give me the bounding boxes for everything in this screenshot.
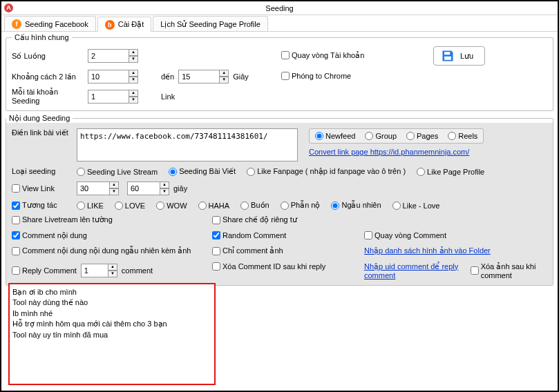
reply-count-input[interactable] [81, 264, 108, 277]
radio-seeding-baiviet[interactable]: Seeding Bài Viết [169, 167, 236, 176]
spin-up[interactable]: ▲ [160, 182, 169, 188]
spin-up[interactable]: ▲ [129, 70, 138, 77]
viewlink-checkbox[interactable]: View Link [12, 184, 77, 193]
spin-down[interactable]: ▼ [219, 77, 229, 84]
spin-up[interactable]: ▲ [109, 182, 119, 188]
config-legend: Cấu hình chung [12, 33, 72, 42]
spin-down[interactable]: ▼ [109, 188, 119, 195]
tab-label: Lịch Sử Seeding Page Profile [160, 19, 260, 29]
viewlink-giay-label: giây [173, 184, 187, 193]
chi-comment-anh-checkbox[interactable]: Chỉ comment ảnh [212, 246, 283, 255]
radio-ngaunhien[interactable]: Ngẫu nhiên [331, 201, 381, 210]
seeding-fieldset: Nội dung Seeding Điền link bài viết Newf… [6, 114, 553, 286]
reply-unit-label: comment [122, 266, 153, 275]
moitaikhoan-input[interactable] [88, 90, 129, 104]
radio-phanno[interactable]: Phẫn nộ [281, 201, 321, 210]
comment-ngaunhien-anh-checkbox[interactable]: Comment nội dung nội dung ngẫu nhiên kèm… [12, 246, 191, 255]
spin-down[interactable]: ▼ [108, 271, 117, 277]
radio-buon[interactable]: Buồn [240, 201, 269, 210]
convert-link-page[interactable]: Convert link page https://id.phanmemninj… [309, 148, 484, 156]
den-label: đến [161, 72, 174, 81]
khoangcach-to-input[interactable] [178, 70, 220, 84]
khoangcach-label: Khoảng cách 2 lần [12, 72, 88, 81]
phongto-chrome-checkbox[interactable]: Phóng to Chrome [281, 72, 351, 80]
share-livestream-checkbox[interactable]: Share Livetream lên tường [12, 215, 113, 224]
comment-noidung-checkbox[interactable]: Comment nội dung [12, 231, 87, 240]
app-icon: A [4, 3, 13, 12]
share-private-checkbox[interactable]: Share chế độ riêng tư [212, 215, 297, 224]
radio-like-page-profile[interactable]: Like Page Profile [417, 168, 484, 176]
so-luong-input[interactable] [88, 49, 129, 63]
radio-newfeed[interactable]: Newfeed [315, 132, 355, 140]
radio-haha[interactable]: HAHA [198, 202, 230, 210]
window-title: Seeding [265, 4, 293, 12]
radio-reels[interactable]: Reels [448, 132, 477, 140]
nhap-uid-comment-link[interactable]: Nhập uid comment để reply comment [364, 262, 464, 280]
spin-up[interactable]: ▲ [108, 264, 117, 271]
loaiseeding-label: Loại seeding [12, 167, 77, 176]
moitaikhoan-label: Mỗi tài khoản Seeding [12, 88, 88, 105]
viewlink-from-input[interactable] [77, 182, 110, 195]
main-tabs: f Seeding Facebook b Cài Đặt Lịch Sử See… [1, 15, 558, 32]
link-baiviet-textarea[interactable] [77, 128, 298, 161]
comment-content-textbox[interactable]: Bạn ơi ib cho mình Tool này dùng thế nào… [8, 283, 216, 385]
viewlink-to-input[interactable] [127, 182, 160, 195]
reply-comment-checkbox[interactable]: Reply Comment [12, 266, 77, 275]
seeding-legend: Nội dung Seeding [6, 114, 73, 123]
spin-down[interactable]: ▼ [129, 77, 138, 84]
spin-up[interactable]: ▲ [219, 70, 229, 77]
spin-down[interactable]: ▼ [160, 188, 169, 195]
xoa-anh-checkbox[interactable]: Xóa ảnh sau khi comment [471, 262, 547, 280]
spin-up[interactable]: ▲ [129, 90, 138, 97]
radio-like-love[interactable]: Like - Love [392, 202, 440, 210]
quayvong-taikhoan-checkbox[interactable]: Quay vòng Tài khoản [281, 51, 364, 60]
radio-love[interactable]: LOVE [115, 202, 145, 210]
radio-pages[interactable]: Pages [406, 132, 438, 140]
tab-label: Cài Đặt [118, 20, 144, 29]
radio-like-fanpage[interactable]: Like Fanpage ( nhập id fanpage vào ô trê… [247, 167, 406, 176]
xoa-comment-id-checkbox[interactable]: Xóa Comment ID sau khi reply [212, 262, 325, 271]
so-luong-label: Số Luồng [12, 52, 88, 61]
tab-lich-su[interactable]: Lịch Sử Seeding Page Profile [153, 16, 268, 31]
link-label: Link [161, 92, 175, 101]
tab-label: Seeding Facebook [25, 20, 88, 28]
spin-up[interactable]: ▲ [129, 49, 138, 56]
dienlink-label: Điền link bài viết [12, 128, 77, 137]
config-fieldset: Cấu hình chung Số Luồng ▲▼ Quay vòng Tài… [6, 33, 553, 111]
source-radio-group: Newfeed Group Pages Reels [309, 128, 484, 144]
khoangcach-from-input[interactable] [88, 70, 129, 84]
giay-label: Giây [233, 72, 249, 81]
settings-icon: b [105, 20, 115, 30]
nhap-danhsach-anh-link[interactable]: Nhập danh sách hình ảnh vào Folder [364, 246, 491, 255]
title-bar: A Seeding [1, 1, 558, 15]
spin-down[interactable]: ▼ [129, 56, 138, 63]
tab-seeding-facebook[interactable]: f Seeding Facebook [4, 16, 96, 31]
save-button[interactable]: Lưu [433, 46, 485, 66]
save-icon [441, 49, 455, 63]
radio-like[interactable]: LIKE [77, 202, 104, 210]
facebook-icon: f [12, 19, 21, 29]
quayvong-comment-checkbox[interactable]: Quay vòng Comment [364, 231, 446, 239]
random-comment-checkbox[interactable]: Random Comment [212, 231, 286, 239]
radio-group-opt[interactable]: Group [365, 132, 397, 140]
radio-seeding-livestream[interactable]: Seeding Live Stream [77, 168, 158, 176]
tab-cai-dat[interactable]: b Cài Đặt [97, 17, 152, 32]
tuongtac-checkbox[interactable]: Tương tác [12, 201, 77, 210]
spin-down[interactable]: ▼ [129, 97, 138, 104]
radio-wow[interactable]: WOW [156, 202, 187, 210]
